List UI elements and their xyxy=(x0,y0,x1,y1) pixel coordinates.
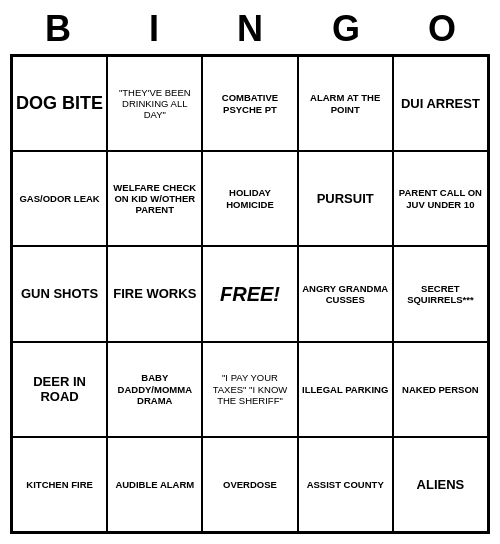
bingo-cell-23: ASSIST COUNTY xyxy=(298,437,393,532)
letter-o: O xyxy=(402,8,482,50)
bingo-cell-5: GAS/ODOR LEAK xyxy=(12,151,107,246)
bingo-cell-13: ANGRY GRANDMA CUSSES xyxy=(298,246,393,341)
bingo-title: B I N G O xyxy=(10,0,490,54)
bingo-grid: DOG BITE"THEY'VE BEEN DRINKING ALL DAY"C… xyxy=(10,54,490,534)
bingo-cell-3: ALARM AT THE POINT xyxy=(298,56,393,151)
letter-b: B xyxy=(18,8,98,50)
bingo-cell-4: DUI ARREST xyxy=(393,56,488,151)
letter-n: N xyxy=(210,8,290,50)
bingo-cell-24: ALIENS xyxy=(393,437,488,532)
bingo-cell-22: OVERDOSE xyxy=(202,437,297,532)
bingo-cell-0: DOG BITE xyxy=(12,56,107,151)
bingo-cell-14: SECRET SQUIRRELS*** xyxy=(393,246,488,341)
bingo-cell-20: KITCHEN FIRE xyxy=(12,437,107,532)
letter-g: G xyxy=(306,8,386,50)
bingo-cell-2: COMBATIVE PSYCHE PT xyxy=(202,56,297,151)
bingo-cell-12: Free! xyxy=(202,246,297,341)
bingo-cell-7: HOLIDAY HOMICIDE xyxy=(202,151,297,246)
bingo-cell-10: GUN SHOTS xyxy=(12,246,107,341)
bingo-cell-11: FIRE WORKS xyxy=(107,246,202,341)
bingo-cell-21: AUDIBLE ALARM xyxy=(107,437,202,532)
bingo-cell-16: BABY DADDY/MOMMA DRAMA xyxy=(107,342,202,437)
bingo-cell-1: "THEY'VE BEEN DRINKING ALL DAY" xyxy=(107,56,202,151)
letter-i: I xyxy=(114,8,194,50)
bingo-cell-19: NAKED PERSON xyxy=(393,342,488,437)
bingo-cell-15: DEER IN ROAD xyxy=(12,342,107,437)
bingo-cell-18: ILLEGAL PARKING xyxy=(298,342,393,437)
bingo-cell-8: PURSUIT xyxy=(298,151,393,246)
bingo-cell-9: PARENT CALL ON JUV UNDER 10 xyxy=(393,151,488,246)
bingo-cell-6: WELFARE CHECK ON KID W/OTHER PARENT xyxy=(107,151,202,246)
bingo-cell-17: "I PAY YOUR TAXES" "I KNOW THE SHERIFF" xyxy=(202,342,297,437)
